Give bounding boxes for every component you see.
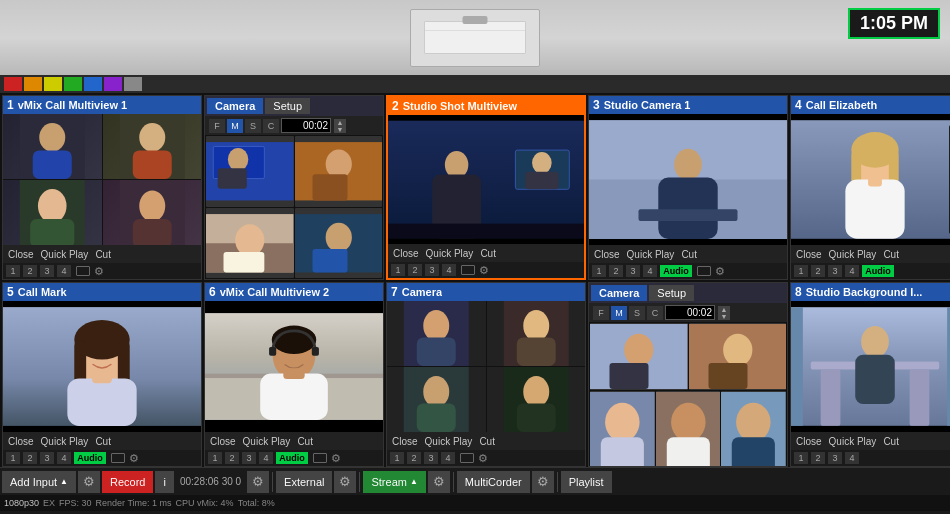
num-2-2[interactable]: 2 — [408, 264, 422, 276]
quickplay-btn-2[interactable]: Quick Play — [424, 247, 476, 260]
num-3-8[interactable]: 3 — [828, 452, 842, 464]
spin-up-2[interactable]: ▲ — [718, 306, 730, 313]
cut-btn-6[interactable]: Cut — [295, 435, 315, 448]
quickplay-btn-4[interactable]: Quick Play — [827, 248, 879, 261]
num-2-3[interactable]: 2 — [609, 265, 623, 277]
cut-btn-4[interactable]: Cut — [881, 248, 901, 261]
close-btn-1[interactable]: Close — [6, 248, 36, 261]
cut-btn-2[interactable]: Cut — [478, 247, 498, 260]
multicorder-btn[interactable]: MultiCorder — [457, 471, 530, 493]
spin-down-1[interactable]: ▼ — [334, 126, 346, 133]
toolbar-gear-3[interactable]: ⚙ — [334, 471, 356, 493]
num-3-7[interactable]: 3 — [424, 452, 438, 464]
monitor-icon-5[interactable] — [111, 453, 125, 463]
audio-btn-4[interactable]: Audio — [862, 265, 894, 277]
cut-btn-5[interactable]: Cut — [93, 435, 113, 448]
camera-btn-2[interactable]: Camera — [591, 285, 647, 301]
cam-thumb-1c[interactable] — [206, 208, 294, 279]
close-btn-2[interactable]: Close — [391, 247, 421, 260]
quickplay-btn-7[interactable]: Quick Play — [423, 435, 475, 448]
record-btn[interactable]: Record — [102, 471, 153, 493]
gear-icon-3[interactable]: ⚙ — [715, 265, 725, 278]
cam-thumb-2b[interactable] — [689, 323, 787, 390]
add-input-btn[interactable]: Add Input ▲ — [2, 471, 76, 493]
gear-icon-1[interactable]: ⚙ — [94, 265, 104, 278]
color-btn-yellow[interactable] — [44, 77, 62, 91]
cut-btn-7[interactable]: Cut — [477, 435, 497, 448]
num-1-3[interactable]: 1 — [592, 265, 606, 277]
f-btn-1[interactable]: F — [209, 119, 225, 133]
num-1-6[interactable]: 1 — [208, 452, 222, 464]
setup-btn-1[interactable]: Setup — [265, 98, 310, 114]
quickplay-btn-5[interactable]: Quick Play — [39, 435, 91, 448]
cut-btn-8[interactable]: Cut — [881, 435, 901, 448]
num-2-6[interactable]: 2 — [225, 452, 239, 464]
toolbar-gear-5[interactable]: ⚙ — [532, 471, 554, 493]
close-btn-4[interactable]: Close — [794, 248, 824, 261]
gear-icon-5[interactable]: ⚙ — [129, 452, 139, 465]
close-btn-6[interactable]: Close — [208, 435, 238, 448]
toolbar-gear-4[interactable]: ⚙ — [428, 471, 450, 493]
num-3-6[interactable]: 3 — [242, 452, 256, 464]
num-4-2[interactable]: 4 — [442, 264, 456, 276]
stream-btn[interactable]: Stream ▲ — [363, 471, 425, 493]
gear-icon-2[interactable]: ⚙ — [479, 264, 489, 277]
num-4-6[interactable]: 4 — [259, 452, 273, 464]
monitor-icon-7[interactable] — [460, 453, 474, 463]
num-4-8[interactable]: 4 — [845, 452, 859, 464]
m-btn-1[interactable]: M — [227, 119, 243, 133]
playlist-btn[interactable]: Playlist — [561, 471, 612, 493]
cut-btn-1[interactable]: Cut — [93, 248, 113, 261]
num-2-7[interactable]: 2 — [407, 452, 421, 464]
monitor-icon-1[interactable] — [76, 266, 90, 276]
color-btn-green[interactable] — [64, 77, 82, 91]
c-btn-2[interactable]: C — [647, 306, 663, 320]
num-1-2[interactable]: 1 — [391, 264, 405, 276]
num-1-8[interactable]: 1 — [794, 452, 808, 464]
close-btn-3[interactable]: Close — [592, 248, 622, 261]
color-btn-gray[interactable] — [124, 77, 142, 91]
num-3-2[interactable]: 3 — [425, 264, 439, 276]
num-4-3[interactable]: 4 — [643, 265, 657, 277]
cam-thumb-1d[interactable] — [295, 208, 383, 279]
monitor-icon-6[interactable] — [313, 453, 327, 463]
num-4-4[interactable]: 4 — [845, 265, 859, 277]
num-3-4[interactable]: 3 — [828, 265, 842, 277]
close-btn-5[interactable]: Close — [6, 435, 36, 448]
num-1-7[interactable]: 1 — [390, 452, 404, 464]
setup-btn-2[interactable]: Setup — [649, 285, 694, 301]
cam-thumb-2d[interactable] — [656, 391, 721, 467]
num-1-5[interactable]: 1 — [6, 452, 20, 464]
num-3-3[interactable]: 3 — [626, 265, 640, 277]
m-btn-2[interactable]: M — [611, 306, 627, 320]
f-btn-2[interactable]: F — [593, 306, 609, 320]
spin-down-2[interactable]: ▼ — [718, 313, 730, 320]
c-btn-1[interactable]: C — [263, 119, 279, 133]
num-2-8[interactable]: 2 — [811, 452, 825, 464]
num-2-5[interactable]: 2 — [23, 452, 37, 464]
time-input-2[interactable] — [665, 305, 715, 320]
s-btn-2[interactable]: S — [629, 306, 645, 320]
num-4-1[interactable]: 4 — [57, 265, 71, 277]
quickplay-btn-3[interactable]: Quick Play — [625, 248, 677, 261]
camera-btn-1[interactable]: Camera — [207, 98, 263, 114]
spin-up-1[interactable]: ▲ — [334, 119, 346, 126]
cam-thumb-1a[interactable] — [206, 136, 294, 207]
quickplay-btn-8[interactable]: Quick Play — [827, 435, 879, 448]
num-2-1[interactable]: 2 — [23, 265, 37, 277]
color-btn-red[interactable] — [4, 77, 22, 91]
cam-thumb-2a[interactable] — [590, 323, 688, 390]
toolbar-gear-2[interactable]: ⚙ — [247, 471, 269, 493]
s-btn-1[interactable]: S — [245, 119, 261, 133]
audio-btn-3[interactable]: Audio — [660, 265, 692, 277]
color-btn-orange[interactable] — [24, 77, 42, 91]
num-4-7[interactable]: 4 — [441, 452, 455, 464]
time-input-1[interactable] — [281, 118, 331, 133]
toolbar-gear-1[interactable]: ⚙ — [78, 471, 100, 493]
external-btn[interactable]: External — [276, 471, 332, 493]
audio-btn-6[interactable]: Audio — [276, 452, 308, 464]
cam-thumb-2e[interactable] — [721, 391, 786, 467]
num-1-1[interactable]: 1 — [6, 265, 20, 277]
cut-btn-3[interactable]: Cut — [679, 248, 699, 261]
quickplay-btn-1[interactable]: Quick Play — [39, 248, 91, 261]
